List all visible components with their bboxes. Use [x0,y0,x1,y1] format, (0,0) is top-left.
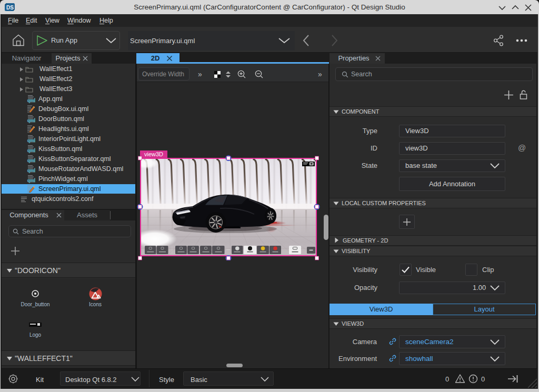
svg-text:DS: DS [6,5,14,11]
